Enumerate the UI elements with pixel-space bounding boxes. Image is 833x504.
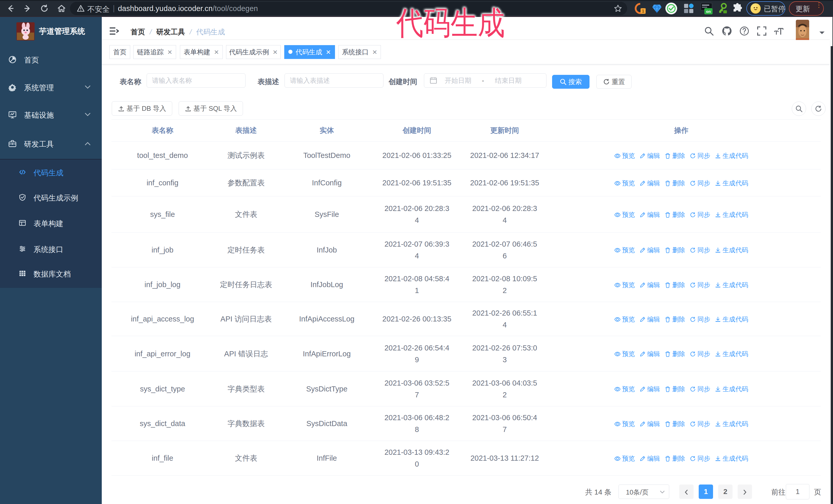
- svg-text:1: 1: [642, 9, 644, 13]
- svg-text:on: on: [706, 9, 711, 14]
